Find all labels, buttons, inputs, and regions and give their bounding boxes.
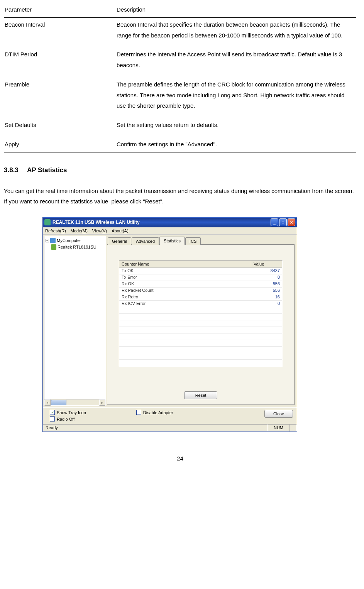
menu-refresh[interactable]: Refresh(R): [45, 228, 66, 233]
statusbar: Ready NUM: [43, 424, 297, 432]
counter-value: 16: [251, 294, 282, 300]
radio-off-label: Radio Off: [57, 417, 74, 421]
param-cell: DTIM Period: [4, 47, 116, 78]
th-parameter: Parameter: [4, 4, 116, 17]
counter-name: Rx Retry: [119, 294, 251, 300]
disable-adapter-label: Disable Adapter: [143, 410, 173, 415]
checkbox-checked-icon: ✓: [50, 410, 55, 415]
maximize-button[interactable]: □: [279, 218, 287, 226]
minimize-button[interactable]: _: [271, 218, 278, 226]
counter-value: 556: [251, 281, 282, 287]
checkbox-unchecked-icon: [136, 410, 141, 415]
parameter-table: Parameter Description: [4, 4, 356, 17]
table-row: Preamble The preamble defines the length…: [4, 78, 356, 118]
computer-icon: [50, 238, 56, 243]
table-row: Beacon Interval Beacon Interval that spe…: [4, 18, 356, 48]
counter-value: 556: [251, 288, 282, 294]
tab-statistics[interactable]: Statistics: [159, 237, 185, 245]
scroll-right-icon[interactable]: ▸: [99, 399, 105, 406]
list-item[interactable]: Rx ICV Error0: [119, 301, 282, 307]
list-item: ..: [119, 360, 282, 366]
list-item: ..: [119, 340, 282, 347]
tab-ics[interactable]: ICS: [185, 237, 201, 245]
menu-mode[interactable]: Mode(M): [71, 228, 88, 233]
menubar: Refresh(R) Mode(M) View(V) About(A): [43, 227, 297, 235]
tree-child-label: Realtek RTL8191SU: [58, 244, 97, 250]
list-item: ..: [119, 327, 282, 333]
show-tray-icon-checkbox[interactable]: ✓ Show Tray Icon: [50, 410, 86, 415]
close-button[interactable]: Close: [264, 410, 293, 418]
th-value[interactable]: Value: [251, 261, 282, 267]
list-item: ..: [119, 307, 282, 314]
scroll-left-icon[interactable]: ◂: [44, 399, 51, 406]
list-item[interactable]: Tx OK8437: [119, 268, 282, 274]
statistics-header: Counter Name Value: [119, 261, 282, 268]
list-item[interactable]: Tx Error0: [119, 274, 282, 281]
menu-about[interactable]: About(A): [112, 228, 128, 233]
list-item: ..: [119, 353, 282, 360]
counter-value: 0: [251, 301, 282, 307]
tab-advanced[interactable]: Advanced: [132, 237, 159, 245]
counter-name: Tx OK: [119, 268, 251, 274]
counter-name: Rx Packet Count: [119, 288, 251, 294]
tree-child-item[interactable]: Realtek RTL8191SU: [51, 244, 104, 250]
window-titlebar[interactable]: REALTEK 11n USB Wireless LAN Utility _ □…: [43, 217, 297, 227]
table-header-row: Parameter Description: [4, 4, 356, 17]
scrollbar-thumb[interactable]: [51, 400, 66, 405]
param-cell: Set Defaults: [4, 118, 116, 137]
table-bottom-rule: [4, 152, 356, 152]
tab-general[interactable]: General: [108, 237, 131, 245]
close-window-button[interactable]: ✕: [288, 218, 295, 226]
tree-collapse-icon[interactable]: −: [46, 239, 49, 242]
app-window: REALTEK 11n USB Wireless LAN Utility _ □…: [42, 217, 297, 432]
counter-name: Rx OK: [119, 281, 251, 287]
table-row: Apply Confirm the settings in the "Advan…: [4, 137, 356, 157]
page-number: 24: [4, 455, 356, 462]
list-item: ..: [119, 333, 282, 340]
list-item: ..: [119, 314, 282, 320]
counter-value: 0: [251, 274, 282, 281]
table-row: DTIM Period Determines the interval the …: [4, 47, 356, 78]
desc-cell: Set the setting values return to default…: [116, 118, 356, 137]
bottom-options-bar: ✓ Show Tray Icon Radio Off Disable Adapt…: [43, 407, 297, 424]
status-grip-icon: [289, 424, 297, 432]
list-item: ..: [119, 347, 282, 353]
menu-view[interactable]: View(V): [92, 228, 107, 233]
window-controls: _ □ ✕: [271, 218, 295, 226]
desc-cell: Beacon Interval that specifies the durat…: [116, 18, 356, 48]
statistics-listview[interactable]: Counter Name Value Tx OK8437 Tx Error0 R…: [119, 260, 283, 367]
reset-button[interactable]: Reset: [184, 391, 218, 399]
section-title: AP Statistics: [27, 166, 67, 174]
show-tray-icon-label: Show Tray Icon: [57, 410, 86, 415]
tree-root-label: MyComputer: [57, 237, 81, 244]
table-row: Set Defaults Set the setting values retu…: [4, 118, 356, 137]
checkbox-unchecked-icon: [50, 416, 55, 421]
param-cell: Preamble: [4, 78, 116, 118]
tree-horizontal-scrollbar[interactable]: ◂ ▸: [44, 399, 105, 405]
device-tree: − MyComputer Realtek RTL8191SU: [44, 236, 105, 251]
parameter-table-body: Beacon Interval Beacon Interval that spe…: [4, 18, 356, 157]
app-icon: [44, 219, 51, 225]
th-counter-name[interactable]: Counter Name: [119, 261, 251, 267]
list-item[interactable]: Rx OK556: [119, 281, 282, 288]
counter-name: Tx Error: [119, 274, 251, 281]
adapter-icon: [51, 244, 56, 250]
param-cell: Beacon Interval: [4, 18, 116, 48]
list-item[interactable]: Rx Packet Count556: [119, 288, 282, 294]
tree-root-item[interactable]: − MyComputer: [46, 237, 104, 244]
desc-cell: Determines the interval the Access Point…: [116, 47, 356, 78]
tabstrip: General Advanced Statistics ICS: [108, 236, 295, 244]
radio-off-checkbox[interactable]: Radio Off: [50, 416, 86, 421]
statistics-panel: Counter Name Value Tx OK8437 Tx Error0 R…: [107, 244, 295, 405]
desc-cell: The preamble defines the length of the C…: [116, 78, 356, 118]
section-heading: 3.8.3 AP Statistics: [4, 166, 356, 174]
disable-adapter-checkbox[interactable]: Disable Adapter: [136, 410, 173, 415]
list-item[interactable]: Rx Retry16: [119, 294, 282, 301]
body-paragraph: You can get the real time information ab…: [4, 186, 356, 207]
list-item: ..: [119, 320, 282, 327]
device-tree-pane[interactable]: − MyComputer Realtek RTL8191SU ◂ ▸: [44, 236, 106, 406]
section-number: 3.8.3: [4, 166, 19, 174]
th-description: Description: [116, 4, 356, 17]
window-title: REALTEK 11n USB Wireless LAN Utility: [52, 220, 271, 225]
status-ready: Ready: [43, 424, 268, 432]
